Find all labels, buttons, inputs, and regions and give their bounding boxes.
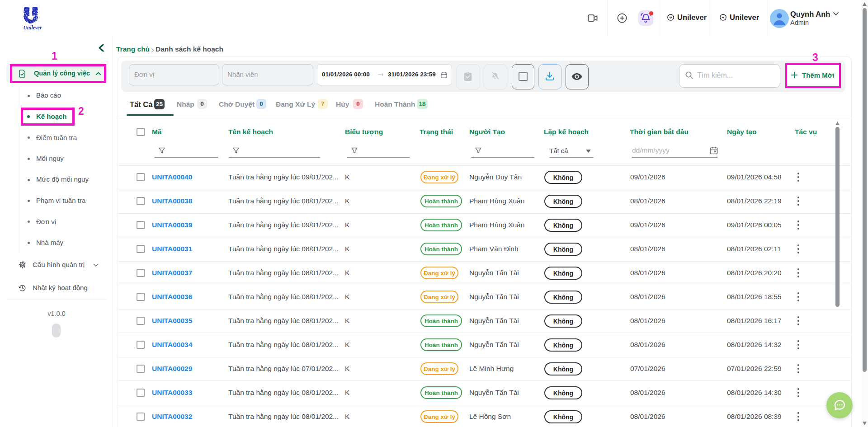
svg-text:Unilever: Unilever xyxy=(24,25,42,30)
